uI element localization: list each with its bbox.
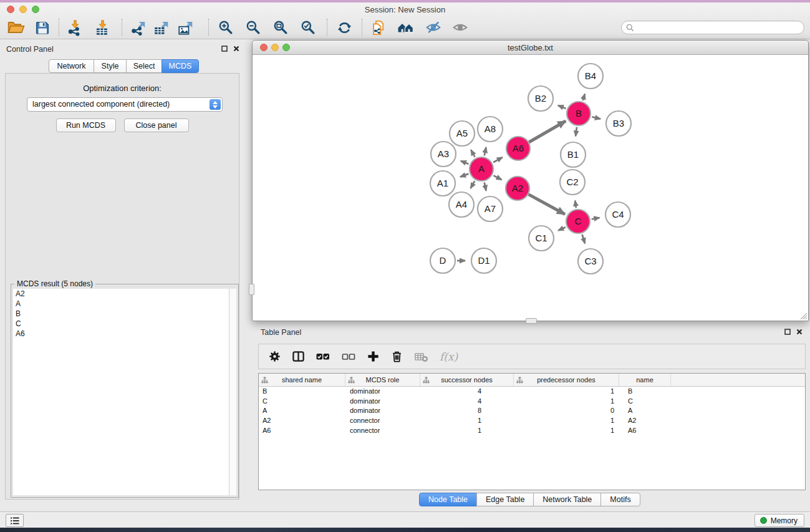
desktop-wallpaper-bottom <box>0 528 810 532</box>
mcds-result-item[interactable]: A2 <box>13 289 229 299</box>
window-resize-grip[interactable] <box>799 311 807 319</box>
mcds-panel: Optimization criterion: largest connecte… <box>5 73 239 500</box>
graph-edge-A2-C[interactable] <box>529 195 565 215</box>
graph-node-label-A8: A8 <box>485 123 496 134</box>
show-panels-button[interactable] <box>6 514 24 527</box>
tab-edge-table[interactable]: Edge Table <box>476 493 534 506</box>
app-titlebar-toolbar: Session: New Session <box>0 2 810 39</box>
export-table-button[interactable] <box>153 19 170 36</box>
float-panel-icon[interactable] <box>221 46 228 52</box>
show-graphics-details-button[interactable] <box>452 19 468 36</box>
tab-motifs[interactable]: Motifs <box>600 493 640 506</box>
tab-mcds[interactable]: MCDS <box>162 59 199 73</box>
mcds-result-item[interactable]: C <box>13 319 229 329</box>
canvas-left-grip[interactable] <box>249 284 254 295</box>
zoom-fit-button[interactable] <box>273 20 289 36</box>
table-row[interactable]: Adominator80A <box>259 406 805 416</box>
network-view-window: testGlobe.txt AA1A2A3A4A5A6A7A8BB1B2B3B4… <box>252 40 809 321</box>
graph-edge-C-C1[interactable] <box>558 227 566 230</box>
plus-icon <box>367 350 380 363</box>
save-session-button[interactable] <box>34 19 51 36</box>
tab-network-table[interactable]: Network Table <box>533 493 601 506</box>
table-row[interactable]: A6connector11A6 <box>259 426 805 436</box>
table-options-button[interactable] <box>268 350 281 363</box>
graph-edge-A-A1[interactable] <box>460 174 468 177</box>
hide-graphics-details-button[interactable] <box>425 19 441 36</box>
mcds-result-item[interactable]: A <box>13 299 229 309</box>
save-floppy-icon <box>34 19 51 36</box>
graph-edge-B-B4[interactable] <box>583 94 585 100</box>
result-scrollbar[interactable] <box>229 289 236 495</box>
network-window-titlebar[interactable]: testGlobe.txt <box>253 41 808 55</box>
clone-network-button[interactable] <box>370 19 387 36</box>
mcds-result-box: MCDS result (5 nodes) A2ABCA6 <box>11 284 239 498</box>
graph-node-label-D: D <box>440 255 446 266</box>
zoom-in-icon <box>218 20 234 36</box>
search-input[interactable] <box>634 23 804 32</box>
column-header-name[interactable]: name <box>619 374 671 386</box>
graph-edge-A-A8[interactable] <box>485 147 486 155</box>
zoom-out-button[interactable] <box>246 20 261 36</box>
select-all-button[interactable] <box>316 350 330 364</box>
network-canvas[interactable]: AA1A2A3A4A5A6A7A8BB1B2B3B4CC1C2C3C4DD1 <box>253 56 808 321</box>
graph-edge-A-A2[interactable] <box>493 175 501 180</box>
show-columns-button[interactable] <box>292 350 305 363</box>
run-mcds-button[interactable]: Run MCDS <box>56 118 116 132</box>
graph-edge-A-A4[interactable] <box>471 181 475 188</box>
graph-node-label-A: A <box>478 163 485 174</box>
close-panel-button[interactable]: Close panel <box>124 118 189 132</box>
graph-edge-C-C4[interactable] <box>592 218 600 219</box>
table-row[interactable]: A2connector11A2 <box>259 416 805 426</box>
open-session-button[interactable] <box>7 19 26 36</box>
refresh-view-button[interactable] <box>337 20 352 36</box>
column-header-predecessor-nodes[interactable]: predecessor nodes <box>514 374 619 386</box>
tab-network[interactable]: Network <box>49 59 94 73</box>
graph-node-label-A5: A5 <box>456 128 468 138</box>
column-header-successor-nodes[interactable]: successor nodes <box>420 374 514 386</box>
import-table-button[interactable] <box>94 19 111 36</box>
table-row[interactable]: Cdominator41C <box>259 397 805 407</box>
close-table-panel-icon[interactable] <box>796 329 803 335</box>
export-table-icon <box>153 19 170 36</box>
column-header-shared-name[interactable]: shared name <box>259 374 345 386</box>
graph-edge-B-B1[interactable] <box>576 127 577 136</box>
add-column-button[interactable] <box>367 350 380 363</box>
graph-edge-A-A3[interactable] <box>461 161 469 164</box>
tab-node-table[interactable]: Node Table <box>419 493 477 506</box>
cell-predecessors: 1 <box>514 387 619 397</box>
graph-edge-A-A7[interactable] <box>485 182 486 190</box>
tab-select[interactable]: Select <box>126 59 162 73</box>
application-window: Session: New Session <box>0 0 810 532</box>
zoom-selected-button[interactable] <box>301 20 316 36</box>
network-graph[interactable]: AA1A2A3A4A5A6A7A8BB1B2B3B4CC1C2C3C4DD1 <box>253 56 808 321</box>
memory-button[interactable]: Memory <box>755 514 804 527</box>
graph-edge-B-B3[interactable] <box>592 117 600 118</box>
graph-edge-A-A5[interactable] <box>471 150 475 157</box>
mcds-result-item[interactable]: A6 <box>13 329 229 339</box>
graph-edge-B-B2[interactable] <box>558 105 566 109</box>
graph-edge-A6-B[interactable] <box>529 121 566 142</box>
zoom-in-button[interactable] <box>218 20 234 36</box>
close-panel-icon[interactable] <box>233 46 239 52</box>
export-image-button[interactable] <box>178 19 195 36</box>
float-table-panel-icon[interactable] <box>784 329 791 335</box>
function-builder-button[interactable]: f(x) <box>440 351 458 363</box>
delete-table-button[interactable] <box>414 350 429 364</box>
graph-edge-A-A6[interactable] <box>493 157 502 162</box>
graph-edge-C-C2[interactable] <box>575 201 576 208</box>
import-network-button[interactable] <box>67 19 84 36</box>
mcds-result-item[interactable]: B <box>13 309 229 319</box>
graph-node-label-C4: C4 <box>612 209 624 220</box>
criterion-dropdown[interactable]: largest connected component (directed) <box>27 97 223 112</box>
column-header-MCDS-role[interactable]: MCDS role <box>345 374 420 386</box>
home-layout-button[interactable] <box>397 19 415 36</box>
delete-column-button[interactable] <box>390 350 403 363</box>
deselect-all-button[interactable] <box>341 350 356 364</box>
graph-node-label-A6: A6 <box>513 143 524 153</box>
table-row[interactable]: Bdominator41B <box>259 387 805 397</box>
mcds-result-list[interactable]: A2ABCA6 <box>13 289 229 495</box>
search-field[interactable] <box>621 21 804 34</box>
graph-edge-C-C3[interactable] <box>582 235 585 243</box>
tab-style[interactable]: Style <box>94 59 127 73</box>
export-network-button[interactable] <box>130 19 147 36</box>
